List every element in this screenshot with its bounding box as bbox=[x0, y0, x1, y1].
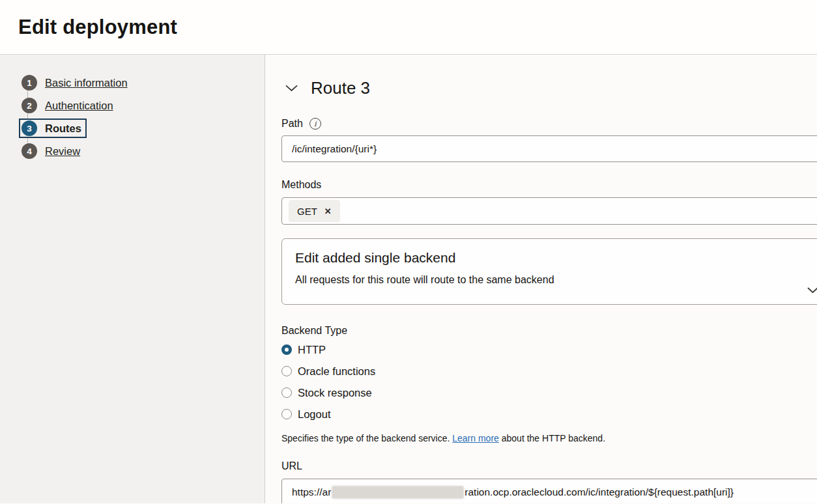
radio-option-stock-response[interactable]: Stock response bbox=[281, 385, 817, 400]
help-text-suffix: about the HTTP backend. bbox=[499, 433, 605, 443]
method-chip-get: GET ✕ bbox=[289, 200, 340, 222]
backend-type-radio-group: HTTP Oracle functions Stock response Log… bbox=[281, 342, 817, 422]
sidebar-step-review[interactable]: 4 Review bbox=[20, 143, 265, 159]
radio-option-http[interactable]: HTTP bbox=[281, 342, 817, 357]
backend-card-title: Edit added single backend bbox=[295, 250, 817, 266]
radio-button-icon[interactable] bbox=[281, 366, 292, 376]
radio-label: HTTP bbox=[298, 344, 326, 356]
radio-label: Stock response bbox=[298, 387, 372, 399]
redacted-url-segment bbox=[332, 486, 464, 499]
step-label[interactable]: Basic information bbox=[45, 77, 128, 89]
step-label[interactable]: Review bbox=[45, 145, 80, 158]
step-inner: 2 Authentication bbox=[19, 96, 119, 115]
single-backend-select-card[interactable]: Edit added single backend All requests f… bbox=[281, 238, 817, 305]
step-number-badge: 4 bbox=[22, 143, 37, 159]
step-inner: 3 Routes bbox=[19, 119, 87, 138]
url-label: URL bbox=[281, 460, 302, 472]
methods-label: Methods bbox=[281, 179, 321, 191]
url-input[interactable]: https://arration.ocp.oraclecloud.com/ic/… bbox=[281, 479, 817, 503]
method-chip-label: GET bbox=[297, 206, 317, 217]
learn-more-link[interactable]: Learn more bbox=[452, 433, 499, 443]
radio-button-icon[interactable] bbox=[281, 344, 292, 355]
page-header: Edit deployment bbox=[0, 0, 817, 55]
radio-label: Oracle functions bbox=[298, 365, 375, 378]
route-title: Route 3 bbox=[311, 78, 370, 98]
wizard-stepper: 1 Basic information 2 Authentication 3 R… bbox=[20, 75, 265, 159]
sidebar-step-authentication[interactable]: 2 Authentication bbox=[20, 98, 265, 113]
methods-multiselect[interactable]: GET ✕ bbox=[281, 197, 817, 225]
path-info-icon[interactable]: i bbox=[309, 118, 321, 130]
collapse-route-chevron-icon[interactable] bbox=[283, 82, 300, 94]
url-label-row: URL bbox=[281, 460, 817, 473]
step-inner: 4 Review bbox=[19, 141, 85, 161]
help-text-prefix: Specifies the type of the backend servic… bbox=[281, 433, 452, 443]
content-area: 1 Basic information 2 Authentication 3 R… bbox=[0, 55, 817, 503]
route-section-header: Route 3 bbox=[281, 77, 817, 99]
sidebar-step-basic-information[interactable]: 1 Basic information bbox=[20, 75, 265, 91]
backend-type-help-text: Specifies the type of the backend servic… bbox=[281, 433, 817, 443]
radio-button-icon[interactable] bbox=[281, 409, 292, 419]
wizard-sidebar: 1 Basic information 2 Authentication 3 R… bbox=[0, 55, 265, 503]
backend-card-subtitle: All requests for this route will route t… bbox=[295, 274, 817, 286]
step-label: Routes bbox=[45, 122, 81, 135]
url-value-suffix: ration.ocp.oraclecloud.com/ic/integratio… bbox=[465, 486, 734, 498]
radio-option-oracle-functions[interactable]: Oracle functions bbox=[281, 363, 817, 379]
step-number-badge: 3 bbox=[22, 120, 37, 136]
sidebar-step-routes[interactable]: 3 Routes bbox=[20, 120, 265, 136]
step-number-badge: 1 bbox=[22, 75, 37, 91]
backend-type-label: Backend Type bbox=[281, 325, 347, 337]
step-number-badge: 2 bbox=[22, 98, 37, 113]
radio-option-logout[interactable]: Logout bbox=[281, 406, 817, 422]
page-title: Edit deployment bbox=[18, 16, 177, 39]
backend-type-label-row: Backend Type bbox=[281, 324, 817, 337]
radio-label: Logout bbox=[298, 408, 330, 421]
step-inner: 1 Basic information bbox=[19, 73, 133, 92]
route-form-panel: Route 3 Path i Methods GET ✕ Edit added … bbox=[265, 55, 817, 503]
backend-card-chevron-icon[interactable] bbox=[807, 285, 817, 296]
step-label[interactable]: Authentication bbox=[45, 100, 113, 112]
path-label: Path bbox=[281, 118, 303, 130]
remove-method-icon[interactable]: ✕ bbox=[324, 207, 332, 216]
radio-button-icon[interactable] bbox=[281, 387, 292, 398]
methods-label-row: Methods bbox=[281, 178, 817, 191]
path-input[interactable] bbox=[281, 135, 817, 162]
url-value-prefix: https://ar bbox=[292, 486, 331, 498]
path-label-row: Path i bbox=[281, 117, 817, 130]
